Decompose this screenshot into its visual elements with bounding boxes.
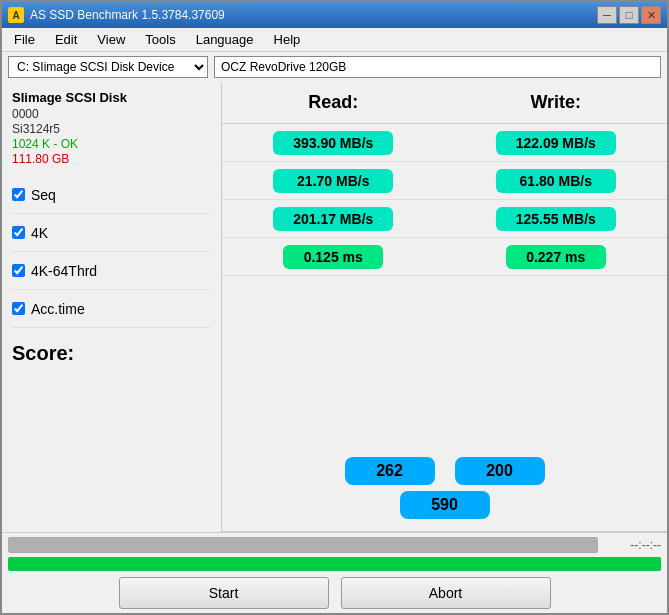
- 4k64-write-value: 125.55 MB/s: [496, 207, 616, 231]
- menu-view[interactable]: View: [89, 30, 133, 49]
- bench-check-4k[interactable]: [12, 226, 25, 239]
- 4k-read-value: 21.70 MB/s: [273, 169, 393, 193]
- buttons-row: Start Abort: [8, 577, 661, 609]
- score-read-badge: 262: [345, 457, 435, 485]
- read-header: Read:: [222, 82, 445, 123]
- bottom-section: --:--:-- Start Abort: [2, 532, 667, 613]
- 4k64-read-cell: 201.17 MB/s: [222, 207, 445, 231]
- 4k-write-cell: 61.80 MB/s: [445, 169, 668, 193]
- disk-info-size: 111.80 GB: [12, 152, 211, 166]
- table-row: 0.125 ms 0.227 ms: [222, 238, 667, 276]
- green-activity-bar: [8, 557, 661, 571]
- disk-info-driver: Si3124r5: [12, 122, 211, 136]
- abort-button[interactable]: Abort: [341, 577, 551, 609]
- bench-label-4k: 4K: [31, 225, 111, 241]
- data-rows: 393.90 MB/s 122.09 MB/s 21.70 MB/s 61.80…: [222, 124, 667, 444]
- bench-label-4k64: 4K-64Thrd: [31, 263, 111, 279]
- results-area: Read: Write: 393.90 MB/s 122.09 MB/s: [222, 82, 667, 532]
- progress-fill: [9, 538, 597, 552]
- start-button[interactable]: Start: [119, 577, 329, 609]
- minimize-button[interactable]: ─: [597, 6, 617, 24]
- acc-write-value: 0.227 ms: [506, 245, 606, 269]
- menu-language[interactable]: Language: [188, 30, 262, 49]
- disk-name-label: OCZ RevoDrive 120GB: [214, 56, 661, 78]
- 4k-read-cell: 21.70 MB/s: [222, 169, 445, 193]
- 4k-write-value: 61.80 MB/s: [496, 169, 616, 193]
- seq-write-value: 122.09 MB/s: [496, 131, 616, 155]
- app-icon: A: [8, 7, 24, 23]
- content-area: SIimage SCSI Disk 0000 Si3124r5 1024 K -…: [2, 82, 667, 613]
- bench-check-seq[interactable]: [12, 188, 25, 201]
- close-button[interactable]: ✕: [641, 6, 661, 24]
- disk-select[interactable]: C: SIimage SCSI Disk Device: [8, 56, 208, 78]
- seq-write-cell: 122.09 MB/s: [445, 131, 668, 155]
- table-row: 393.90 MB/s 122.09 MB/s: [222, 124, 667, 162]
- benchmark-rows: Seq 4K 4K-64Thrd Acc.time: [12, 176, 211, 378]
- progress-time: --:--:--: [606, 538, 661, 552]
- title-bar: A AS SSD Benchmark 1.5.3784.37609 ─ □ ✕: [2, 2, 667, 28]
- 4k64-write-cell: 125.55 MB/s: [445, 207, 668, 231]
- bench-row-acc: Acc.time: [12, 290, 211, 328]
- menu-help[interactable]: Help: [266, 30, 309, 49]
- acc-read-cell: 0.125 ms: [222, 245, 445, 269]
- col-headers: Read: Write:: [222, 82, 667, 124]
- write-header: Write:: [445, 82, 668, 123]
- menu-file[interactable]: File: [6, 30, 43, 49]
- 4k64-read-value: 201.17 MB/s: [273, 207, 393, 231]
- score-section: 262 200 590: [222, 444, 667, 532]
- bench-check-4k64[interactable]: [12, 264, 25, 277]
- left-panel: SIimage SCSI Disk 0000 Si3124r5 1024 K -…: [2, 82, 222, 532]
- disk-info-id: 0000: [12, 107, 211, 121]
- score-total-badge: 590: [400, 491, 490, 519]
- disk-info-cache: 1024 K - OK: [12, 137, 211, 151]
- table-row: 201.17 MB/s 125.55 MB/s: [222, 200, 667, 238]
- progress-bar: [8, 537, 598, 553]
- bench-label-seq: Seq: [31, 187, 111, 203]
- bench-row-seq: Seq: [12, 176, 211, 214]
- bench-label-acc: Acc.time: [31, 301, 111, 317]
- seq-read-cell: 393.90 MB/s: [222, 131, 445, 155]
- top-content: SIimage SCSI Disk 0000 Si3124r5 1024 K -…: [2, 82, 667, 532]
- score-top: 262 200: [222, 457, 667, 485]
- menu-tools[interactable]: Tools: [137, 30, 183, 49]
- window-controls: ─ □ ✕: [597, 6, 661, 24]
- acc-read-value: 0.125 ms: [283, 245, 383, 269]
- score-row-label: Score:: [12, 328, 211, 378]
- window-title: AS SSD Benchmark 1.5.3784.37609: [30, 8, 225, 22]
- score-write-badge: 200: [455, 457, 545, 485]
- table-row: 21.70 MB/s 61.80 MB/s: [222, 162, 667, 200]
- bench-row-4k: 4K: [12, 214, 211, 252]
- main-window: A AS SSD Benchmark 1.5.3784.37609 ─ □ ✕ …: [0, 0, 669, 615]
- disk-info-name: SIimage SCSI Disk: [12, 90, 211, 105]
- score-label: Score:: [12, 342, 74, 365]
- seq-read-value: 393.90 MB/s: [273, 131, 393, 155]
- bench-check-acc[interactable]: [12, 302, 25, 315]
- toolbar: C: SIimage SCSI Disk Device OCZ RevoDriv…: [2, 52, 667, 82]
- menu-bar: File Edit View Tools Language Help: [2, 28, 667, 52]
- maximize-button[interactable]: □: [619, 6, 639, 24]
- menu-edit[interactable]: Edit: [47, 30, 85, 49]
- title-bar-left: A AS SSD Benchmark 1.5.3784.37609: [8, 7, 225, 23]
- progress-area: --:--:--: [8, 537, 661, 553]
- acc-write-cell: 0.227 ms: [445, 245, 668, 269]
- bench-row-4k64: 4K-64Thrd: [12, 252, 211, 290]
